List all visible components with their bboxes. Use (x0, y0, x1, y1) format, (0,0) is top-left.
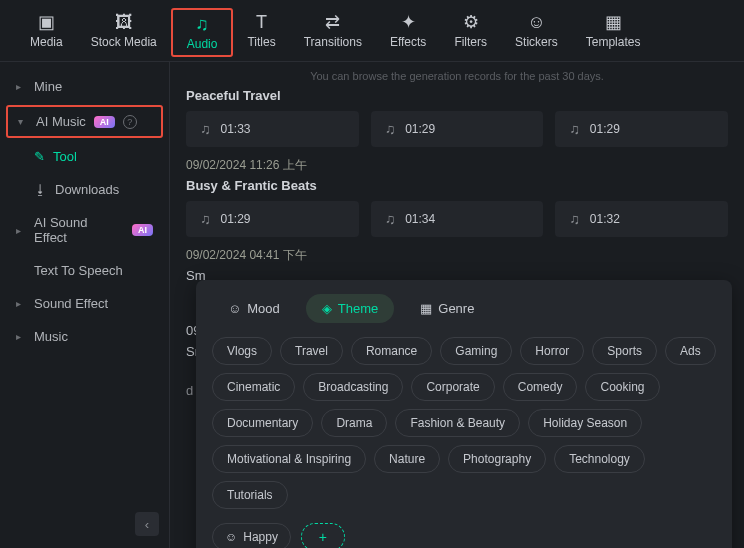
download-icon: ⭳ (34, 182, 47, 197)
stickers-icon: ☺ (527, 12, 545, 32)
sidebar-downloads[interactable]: ⭳ Downloads (0, 173, 169, 206)
nav-titles[interactable]: T Titles (233, 8, 289, 57)
panel-tabs: ☺Mood ◈Theme ▦Genre (212, 294, 716, 323)
sidebar-sound-effect[interactable]: ▸ Sound Effect (0, 287, 169, 320)
track-duration: 01:29 (405, 122, 435, 136)
tab-mood[interactable]: ☺Mood (212, 294, 296, 323)
theme-icon: ◈ (322, 301, 332, 316)
selected-row: ☺ Happy + (212, 523, 716, 548)
stock-media-icon: 🖼 (115, 12, 133, 32)
theme-chip[interactable]: Photography (448, 445, 546, 473)
wand-icon: ✎ (34, 149, 45, 164)
nav-label: Effects (390, 35, 426, 49)
smile-icon: ☺ (228, 301, 241, 316)
theme-chip[interactable]: Broadcasting (303, 373, 403, 401)
selected-mood-chip[interactable]: ☺ Happy (212, 523, 291, 548)
track-card[interactable]: ♫01:29 (186, 201, 359, 237)
titles-icon: T (256, 12, 267, 32)
nav-media[interactable]: ▣ Media (16, 8, 77, 57)
smile-icon: ☺ (225, 530, 237, 544)
music-note-icon: ♫ (569, 211, 580, 227)
tab-label: Genre (438, 301, 474, 316)
nav-effects[interactable]: ✦ Effects (376, 8, 440, 57)
track-card[interactable]: ♫01:32 (555, 201, 728, 237)
chevron-left-icon: ‹ (145, 517, 149, 532)
nav-stock-media[interactable]: 🖼 Stock Media (77, 8, 171, 57)
chevron-right-icon: ▸ (16, 331, 26, 342)
sidebar-label: Sound Effect (34, 296, 108, 311)
track-card[interactable]: ♫01:29 (555, 111, 728, 147)
theme-chip[interactable]: Horror (520, 337, 584, 365)
theme-chip[interactable]: Technology (554, 445, 645, 473)
nav-label: Templates (586, 35, 641, 49)
theme-chip[interactable]: Gaming (440, 337, 512, 365)
theme-chip[interactable]: Motivational & Inspiring (212, 445, 366, 473)
track-duration: 01:34 (405, 212, 435, 226)
chevron-right-icon: ▸ (16, 298, 26, 309)
nav-transitions[interactable]: ⇄ Transitions (290, 8, 376, 57)
theme-chip[interactable]: Ads (665, 337, 716, 365)
nav-templates[interactable]: ▦ Templates (572, 8, 655, 57)
nav-filters[interactable]: ⚙ Filters (440, 8, 501, 57)
music-note-icon: ♫ (569, 121, 580, 137)
theme-chip[interactable]: Tutorials (212, 481, 288, 509)
tab-label: Mood (247, 301, 280, 316)
track-duration: 01:33 (221, 122, 251, 136)
sidebar-music[interactable]: ▸ Music (0, 320, 169, 353)
theme-chip[interactable]: Romance (351, 337, 432, 365)
music-note-icon: ♫ (200, 121, 211, 137)
theme-chip[interactable]: Vlogs (212, 337, 272, 365)
section-title: Peaceful Travel (186, 88, 728, 103)
sidebar-label: AI Music (36, 114, 86, 129)
nav-label: Audio (187, 37, 218, 51)
music-note-icon: ♫ (385, 121, 396, 137)
theme-chip[interactable]: Cooking (585, 373, 659, 401)
track-duration: 01:32 (590, 212, 620, 226)
sidebar-label: Text To Speech (34, 263, 123, 278)
tab-label: Theme (338, 301, 378, 316)
theme-chip[interactable]: Holiday Season (528, 409, 642, 437)
track-card[interactable]: ♫01:33 (186, 111, 359, 147)
track-card[interactable]: ♫01:34 (371, 201, 544, 237)
content-hint: You can browse the generation records fo… (186, 70, 728, 82)
add-chip-button[interactable]: + (301, 523, 345, 548)
ai-badge: AI (132, 224, 153, 236)
track-card[interactable]: ♫01:29 (371, 111, 544, 147)
sidebar-label: AI Sound Effect (34, 215, 124, 245)
plus-icon: + (319, 529, 327, 545)
tab-genre[interactable]: ▦Genre (404, 294, 490, 323)
sidebar-collapse-button[interactable]: ‹ (135, 512, 159, 536)
theme-chip[interactable]: Corporate (411, 373, 494, 401)
nav-label: Transitions (304, 35, 362, 49)
sidebar-tool[interactable]: ✎ Tool (0, 140, 169, 173)
audio-icon: ♫ (195, 14, 209, 34)
music-note-icon: ♫ (385, 211, 396, 227)
track-row: ♫01:33 ♫01:29 ♫01:29 (186, 111, 728, 147)
theme-chip[interactable]: Comedy (503, 373, 578, 401)
theme-chip[interactable]: Fashion & Beauty (395, 409, 520, 437)
theme-chip[interactable]: Travel (280, 337, 343, 365)
sidebar-mine[interactable]: ▸ Mine (0, 70, 169, 103)
nav-label: Stock Media (91, 35, 157, 49)
genre-icon: ▦ (420, 301, 432, 316)
nav-stickers[interactable]: ☺ Stickers (501, 8, 572, 57)
theme-chip[interactable]: Documentary (212, 409, 313, 437)
tab-theme[interactable]: ◈Theme (306, 294, 394, 323)
sidebar: ▸ Mine ▾ AI Music AI ? ✎ Tool ⭳ Download… (0, 62, 170, 548)
nav-label: Media (30, 35, 63, 49)
theme-chip[interactable]: Drama (321, 409, 387, 437)
sidebar-ai-sound-effect[interactable]: ▸ AI Sound Effect AI (0, 206, 169, 254)
sidebar-text-to-speech[interactable]: Text To Speech (0, 254, 169, 287)
nav-audio[interactable]: ♫ Audio (171, 8, 234, 57)
theme-chip[interactable]: Nature (374, 445, 440, 473)
sidebar-label: Mine (34, 79, 62, 94)
effects-icon: ✦ (401, 12, 416, 32)
theme-chip[interactable]: Cinematic (212, 373, 295, 401)
chevron-down-icon: ▾ (18, 116, 28, 127)
sidebar-ai-music[interactable]: ▾ AI Music AI ? (6, 105, 163, 138)
ai-music-panel: ☺Mood ◈Theme ▦Genre VlogsTravelRomanceGa… (196, 280, 732, 548)
music-note-icon: ♫ (200, 211, 211, 227)
sidebar-label: Music (34, 329, 68, 344)
help-icon[interactable]: ? (123, 115, 137, 129)
theme-chip[interactable]: Sports (592, 337, 657, 365)
